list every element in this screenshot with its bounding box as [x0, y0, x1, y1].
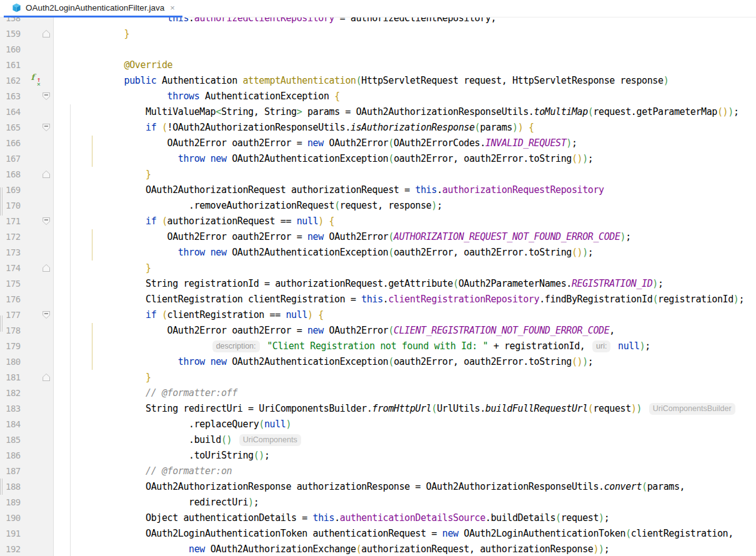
- code-token: params: [480, 122, 512, 133]
- gutter-cell[interactable]: 159: [0, 26, 54, 42]
- code-token: request: [561, 512, 599, 524]
- code-line[interactable]: }: [54, 261, 756, 276]
- code-line[interactable]: description: "Client Registration not fo…: [54, 339, 756, 354]
- code-line[interactable]: throw new OAuth2AuthenticationException(…: [54, 245, 756, 261]
- gutter-cell[interactable]: 162f↑×: [0, 73, 54, 89]
- code-line[interactable]: if (authorizationRequest == null) {: [54, 214, 756, 229]
- gutter-cell[interactable]: 171: [0, 214, 54, 229]
- gutter-cell[interactable]: 168: [0, 167, 54, 182]
- code-line[interactable]: OAuth2Error oauth2Error = new OAuth2Erro…: [54, 229, 756, 245]
- code-line[interactable]: throw new OAuth2AuthenticationException(…: [54, 354, 756, 370]
- code-row: 167 throw new OAuth2AuthenticationExcept…: [0, 151, 756, 167]
- gutter-cell[interactable]: 179: [0, 339, 54, 354]
- code-line[interactable]: }: [54, 26, 756, 42]
- gutter-cell[interactable]: 175: [0, 276, 54, 292]
- gutter-icon-slot: [30, 466, 42, 476]
- code-line[interactable]: OAuth2AuthorizationResponse authorizatio…: [54, 479, 756, 495]
- code-row: 179 description: "Client Registration no…: [0, 339, 756, 354]
- gutter-cell[interactable]: 184: [0, 417, 54, 432]
- code-line[interactable]: throw new OAuth2AuthenticationException(…: [54, 151, 756, 167]
- gutter-cell[interactable]: 187: [0, 464, 54, 479]
- code-line[interactable]: OAuth2LoginAuthenticationToken authentic…: [54, 526, 756, 542]
- overriding-method-icon[interactable]: f↑×: [31, 76, 41, 86]
- code-line[interactable]: .replaceQuery(null): [54, 417, 756, 432]
- code-line[interactable]: }: [54, 167, 756, 182]
- gutter-cell[interactable]: 178: [0, 323, 54, 339]
- code-line[interactable]: // @formatter:on: [54, 464, 756, 479]
- gutter-cell[interactable]: 163: [0, 89, 54, 104]
- fold-collapse-icon[interactable]: [42, 124, 50, 131]
- editor-tab[interactable]: OAuth2LoginAuthenticationFilter.java ×: [4, 0, 182, 17]
- fold-collapse-icon[interactable]: [42, 311, 50, 319]
- fold-collapse-icon[interactable]: [42, 92, 50, 100]
- gutter-cell[interactable]: 164: [0, 104, 54, 120]
- gutter-cell[interactable]: 170: [0, 198, 54, 214]
- code-editor[interactable]: 158 this.authorizedClientRepository = au…: [0, 11, 756, 556]
- fold-end-icon[interactable]: [42, 374, 50, 381]
- gutter-cell[interactable]: 177: [0, 307, 54, 323]
- fold-end-icon[interactable]: [42, 30, 50, 37]
- fold-collapse-icon[interactable]: [42, 217, 50, 225]
- code-token: [102, 75, 124, 86]
- code-line[interactable]: @Override: [54, 57, 756, 73]
- code-line[interactable]: OAuth2Error oauth2Error = new OAuth2Erro…: [54, 323, 756, 339]
- code-token: [102, 59, 124, 71]
- code-line[interactable]: new OAuth2AuthorizationExchange(authoriz…: [54, 542, 756, 556]
- gutter-cell[interactable]: 186: [0, 448, 54, 464]
- code-line[interactable]: OAuth2AuthorizationRequest authorization…: [54, 182, 756, 198]
- gutter-cell[interactable]: 172: [0, 229, 54, 245]
- code-token: [313, 309, 319, 320]
- code-line[interactable]: String registrationId = authorizationReq…: [54, 276, 756, 292]
- gutter-cell[interactable]: 185: [0, 432, 54, 448]
- code-line[interactable]: if (!OAuth2AuthorizationResponseUtils.is…: [54, 120, 756, 136]
- gutter-cell[interactable]: 181: [0, 370, 54, 385]
- window-edge-mark: [0, 315, 2, 332]
- code-line[interactable]: .build() UriComponents: [54, 432, 756, 448]
- code-token: INVALID_REQUEST: [485, 137, 566, 149]
- gutter-cell[interactable]: 167: [0, 151, 54, 167]
- gutter-cell[interactable]: 192: [0, 542, 54, 556]
- code-line[interactable]: throws AuthenticationException {: [54, 89, 756, 104]
- tab-close-button[interactable]: ×: [170, 3, 175, 12]
- gutter-cell[interactable]: 190: [0, 510, 54, 526]
- gutter-cell[interactable]: 173: [0, 245, 54, 261]
- code-line[interactable]: .removeAuthorizationRequest(request, res…: [54, 198, 756, 214]
- code-line[interactable]: String redirectUri = UriComponentsBuilde…: [54, 401, 756, 417]
- code-line[interactable]: .toUriString();: [54, 448, 756, 464]
- code-line[interactable]: Object authenticationDetails = this.auth…: [54, 510, 756, 526]
- gutter-cell[interactable]: 166: [0, 136, 54, 151]
- gutter-cell[interactable]: 191: [0, 526, 54, 542]
- gutter-cell[interactable]: 169: [0, 182, 54, 198]
- code-row: 171 if (authorizationRequest == null) {: [0, 214, 756, 229]
- line-number: 178: [0, 323, 30, 339]
- code-token: .removeAuthorizationRequest: [102, 200, 334, 211]
- code-line[interactable]: [54, 42, 756, 57]
- code-line[interactable]: OAuth2Error oauth2Error = new OAuth2Erro…: [54, 136, 756, 151]
- gutter-cell[interactable]: 176: [0, 292, 54, 307]
- gutter-cell[interactable]: 180: [0, 354, 54, 370]
- gutter-cell[interactable]: 165: [0, 120, 54, 136]
- code-token: OAuth2Error: [324, 325, 389, 336]
- code-token: [102, 544, 189, 555]
- gutter-cell[interactable]: 174: [0, 261, 54, 276]
- gutter-cell[interactable]: 189: [0, 495, 54, 510]
- gutter-cell[interactable]: 160: [0, 42, 54, 57]
- code-line[interactable]: }: [54, 370, 756, 385]
- code-line[interactable]: public Authentication attemptAuthenticat…: [54, 73, 756, 89]
- code-token: authenticationDetailsSource: [340, 512, 485, 524]
- code-token: String registrationId = authorizationReq…: [102, 278, 453, 289]
- code-line[interactable]: ClientRegistration clientRegistration = …: [54, 292, 756, 307]
- code-token: ;: [604, 512, 610, 524]
- code-line[interactable]: redirectUri);: [54, 495, 756, 510]
- fold-slot: [42, 92, 51, 101]
- code-line[interactable]: // @formatter:off: [54, 385, 756, 401]
- code-line[interactable]: MultiValueMap<String, String> params = O…: [54, 104, 756, 120]
- fold-end-icon[interactable]: [42, 264, 50, 272]
- line-number: 186: [0, 448, 30, 464]
- gutter-cell[interactable]: 161: [0, 57, 54, 73]
- code-line[interactable]: if (clientRegistration == null) {: [54, 307, 756, 323]
- fold-end-icon[interactable]: [42, 171, 50, 178]
- gutter-cell[interactable]: 188: [0, 479, 54, 495]
- gutter-cell[interactable]: 182: [0, 385, 54, 401]
- gutter-cell[interactable]: 183: [0, 401, 54, 417]
